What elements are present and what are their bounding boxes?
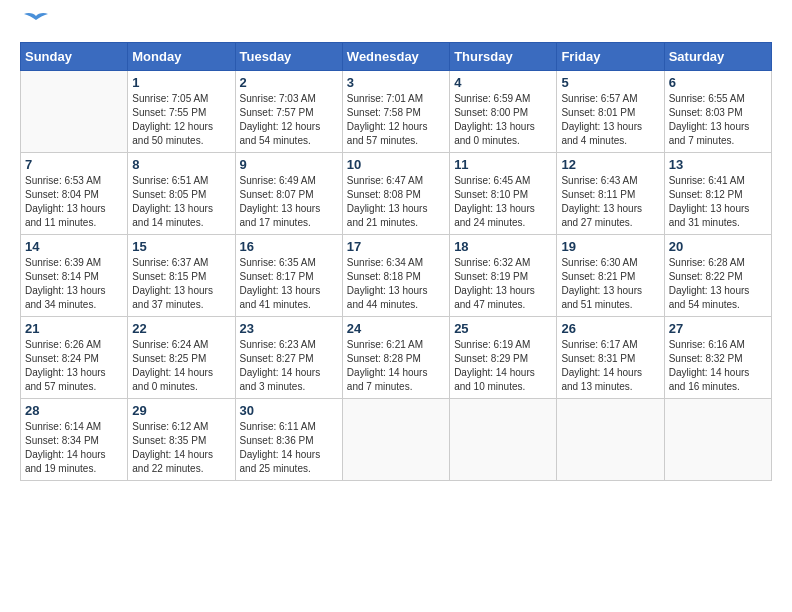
calendar-week-3: 14Sunrise: 6:39 AM Sunset: 8:14 PM Dayli…	[21, 235, 772, 317]
calendar-cell: 10Sunrise: 6:47 AM Sunset: 8:08 PM Dayli…	[342, 153, 449, 235]
day-info: Sunrise: 6:24 AM Sunset: 8:25 PM Dayligh…	[132, 338, 230, 394]
day-number: 22	[132, 321, 230, 336]
day-info: Sunrise: 7:05 AM Sunset: 7:55 PM Dayligh…	[132, 92, 230, 148]
calendar-cell: 23Sunrise: 6:23 AM Sunset: 8:27 PM Dayli…	[235, 317, 342, 399]
day-header-tuesday: Tuesday	[235, 43, 342, 71]
day-number: 10	[347, 157, 445, 172]
calendar-cell: 15Sunrise: 6:37 AM Sunset: 8:15 PM Dayli…	[128, 235, 235, 317]
calendar-cell: 27Sunrise: 6:16 AM Sunset: 8:32 PM Dayli…	[664, 317, 771, 399]
day-info: Sunrise: 6:45 AM Sunset: 8:10 PM Dayligh…	[454, 174, 552, 230]
calendar-cell: 8Sunrise: 6:51 AM Sunset: 8:05 PM Daylig…	[128, 153, 235, 235]
day-number: 3	[347, 75, 445, 90]
day-header-friday: Friday	[557, 43, 664, 71]
calendar-cell: 6Sunrise: 6:55 AM Sunset: 8:03 PM Daylig…	[664, 71, 771, 153]
day-number: 20	[669, 239, 767, 254]
day-info: Sunrise: 6:55 AM Sunset: 8:03 PM Dayligh…	[669, 92, 767, 148]
day-number: 19	[561, 239, 659, 254]
calendar-cell: 12Sunrise: 6:43 AM Sunset: 8:11 PM Dayli…	[557, 153, 664, 235]
day-number: 15	[132, 239, 230, 254]
day-info: Sunrise: 6:23 AM Sunset: 8:27 PM Dayligh…	[240, 338, 338, 394]
calendar-cell: 25Sunrise: 6:19 AM Sunset: 8:29 PM Dayli…	[450, 317, 557, 399]
calendar-cell: 13Sunrise: 6:41 AM Sunset: 8:12 PM Dayli…	[664, 153, 771, 235]
calendar-table: SundayMondayTuesdayWednesdayThursdayFrid…	[20, 42, 772, 481]
day-info: Sunrise: 6:28 AM Sunset: 8:22 PM Dayligh…	[669, 256, 767, 312]
day-number: 7	[25, 157, 123, 172]
day-info: Sunrise: 7:03 AM Sunset: 7:57 PM Dayligh…	[240, 92, 338, 148]
calendar-cell: 22Sunrise: 6:24 AM Sunset: 8:25 PM Dayli…	[128, 317, 235, 399]
day-info: Sunrise: 6:14 AM Sunset: 8:34 PM Dayligh…	[25, 420, 123, 476]
day-number: 4	[454, 75, 552, 90]
day-number: 26	[561, 321, 659, 336]
day-number: 18	[454, 239, 552, 254]
day-number: 5	[561, 75, 659, 90]
calendar-cell: 1Sunrise: 7:05 AM Sunset: 7:55 PM Daylig…	[128, 71, 235, 153]
day-number: 12	[561, 157, 659, 172]
day-number: 14	[25, 239, 123, 254]
calendar-cell: 14Sunrise: 6:39 AM Sunset: 8:14 PM Dayli…	[21, 235, 128, 317]
day-info: Sunrise: 6:11 AM Sunset: 8:36 PM Dayligh…	[240, 420, 338, 476]
day-info: Sunrise: 6:35 AM Sunset: 8:17 PM Dayligh…	[240, 256, 338, 312]
day-number: 1	[132, 75, 230, 90]
day-number: 8	[132, 157, 230, 172]
day-info: Sunrise: 6:17 AM Sunset: 8:31 PM Dayligh…	[561, 338, 659, 394]
day-header-saturday: Saturday	[664, 43, 771, 71]
day-info: Sunrise: 6:26 AM Sunset: 8:24 PM Dayligh…	[25, 338, 123, 394]
day-info: Sunrise: 6:41 AM Sunset: 8:12 PM Dayligh…	[669, 174, 767, 230]
day-number: 24	[347, 321, 445, 336]
day-number: 2	[240, 75, 338, 90]
calendar-cell	[664, 399, 771, 481]
day-info: Sunrise: 6:59 AM Sunset: 8:00 PM Dayligh…	[454, 92, 552, 148]
calendar-cell: 20Sunrise: 6:28 AM Sunset: 8:22 PM Dayli…	[664, 235, 771, 317]
day-info: Sunrise: 6:19 AM Sunset: 8:29 PM Dayligh…	[454, 338, 552, 394]
calendar-cell	[21, 71, 128, 153]
day-info: Sunrise: 6:37 AM Sunset: 8:15 PM Dayligh…	[132, 256, 230, 312]
day-info: Sunrise: 7:01 AM Sunset: 7:58 PM Dayligh…	[347, 92, 445, 148]
day-number: 21	[25, 321, 123, 336]
day-number: 6	[669, 75, 767, 90]
calendar-week-2: 7Sunrise: 6:53 AM Sunset: 8:04 PM Daylig…	[21, 153, 772, 235]
day-info: Sunrise: 6:30 AM Sunset: 8:21 PM Dayligh…	[561, 256, 659, 312]
day-header-thursday: Thursday	[450, 43, 557, 71]
day-info: Sunrise: 6:53 AM Sunset: 8:04 PM Dayligh…	[25, 174, 123, 230]
day-info: Sunrise: 6:39 AM Sunset: 8:14 PM Dayligh…	[25, 256, 123, 312]
day-info: Sunrise: 6:12 AM Sunset: 8:35 PM Dayligh…	[132, 420, 230, 476]
calendar-header-row: SundayMondayTuesdayWednesdayThursdayFrid…	[21, 43, 772, 71]
calendar-cell	[342, 399, 449, 481]
day-info: Sunrise: 6:32 AM Sunset: 8:19 PM Dayligh…	[454, 256, 552, 312]
day-number: 17	[347, 239, 445, 254]
day-info: Sunrise: 6:57 AM Sunset: 8:01 PM Dayligh…	[561, 92, 659, 148]
calendar-cell: 17Sunrise: 6:34 AM Sunset: 8:18 PM Dayli…	[342, 235, 449, 317]
calendar-cell	[557, 399, 664, 481]
calendar-week-4: 21Sunrise: 6:26 AM Sunset: 8:24 PM Dayli…	[21, 317, 772, 399]
day-header-monday: Monday	[128, 43, 235, 71]
day-info: Sunrise: 6:34 AM Sunset: 8:18 PM Dayligh…	[347, 256, 445, 312]
day-header-wednesday: Wednesday	[342, 43, 449, 71]
day-number: 23	[240, 321, 338, 336]
day-header-sunday: Sunday	[21, 43, 128, 71]
calendar-week-5: 28Sunrise: 6:14 AM Sunset: 8:34 PM Dayli…	[21, 399, 772, 481]
logo	[20, 20, 50, 32]
calendar-cell: 5Sunrise: 6:57 AM Sunset: 8:01 PM Daylig…	[557, 71, 664, 153]
calendar-cell: 4Sunrise: 6:59 AM Sunset: 8:00 PM Daylig…	[450, 71, 557, 153]
calendar-cell: 24Sunrise: 6:21 AM Sunset: 8:28 PM Dayli…	[342, 317, 449, 399]
day-number: 28	[25, 403, 123, 418]
calendar-week-1: 1Sunrise: 7:05 AM Sunset: 7:55 PM Daylig…	[21, 71, 772, 153]
day-info: Sunrise: 6:51 AM Sunset: 8:05 PM Dayligh…	[132, 174, 230, 230]
calendar-cell: 19Sunrise: 6:30 AM Sunset: 8:21 PM Dayli…	[557, 235, 664, 317]
day-info: Sunrise: 6:21 AM Sunset: 8:28 PM Dayligh…	[347, 338, 445, 394]
day-number: 25	[454, 321, 552, 336]
calendar-cell: 21Sunrise: 6:26 AM Sunset: 8:24 PM Dayli…	[21, 317, 128, 399]
day-number: 30	[240, 403, 338, 418]
day-number: 29	[132, 403, 230, 418]
calendar-cell: 29Sunrise: 6:12 AM Sunset: 8:35 PM Dayli…	[128, 399, 235, 481]
day-info: Sunrise: 6:16 AM Sunset: 8:32 PM Dayligh…	[669, 338, 767, 394]
logo-bird-icon	[22, 12, 50, 32]
calendar-cell	[450, 399, 557, 481]
day-number: 11	[454, 157, 552, 172]
day-info: Sunrise: 6:47 AM Sunset: 8:08 PM Dayligh…	[347, 174, 445, 230]
calendar-cell: 16Sunrise: 6:35 AM Sunset: 8:17 PM Dayli…	[235, 235, 342, 317]
day-info: Sunrise: 6:43 AM Sunset: 8:11 PM Dayligh…	[561, 174, 659, 230]
day-number: 16	[240, 239, 338, 254]
day-number: 27	[669, 321, 767, 336]
day-info: Sunrise: 6:49 AM Sunset: 8:07 PM Dayligh…	[240, 174, 338, 230]
